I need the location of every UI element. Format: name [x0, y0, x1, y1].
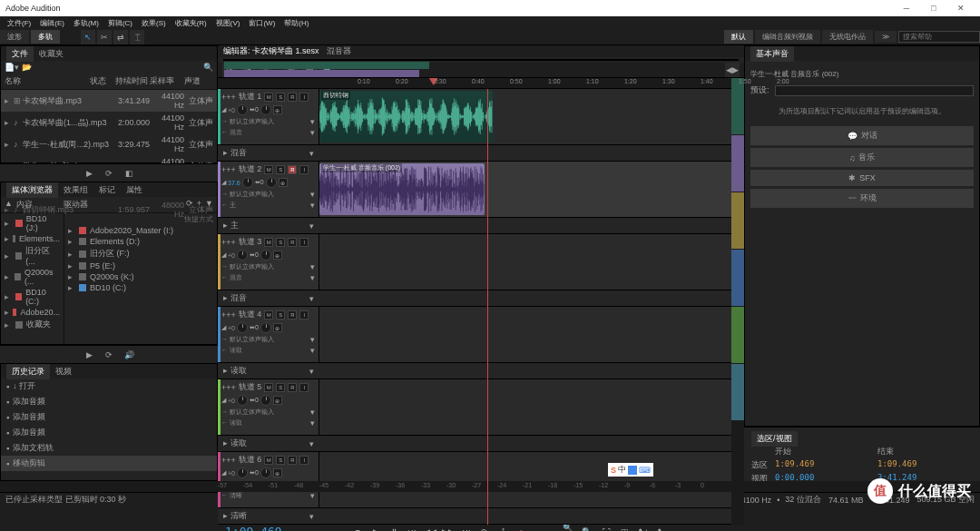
mute-button[interactable]: M [264, 93, 273, 102]
track-fx-icon[interactable]: ⊕ [273, 251, 282, 260]
track-header[interactable]: +++轨道 1 M S R I ◢ +0 ⬌0 ⊕ → 默认立体声输入 ▾ ← … [218, 89, 319, 144]
mute-button[interactable]: M [264, 310, 273, 320]
prev-icon[interactable]: ⏮ [405, 526, 419, 532]
stop-icon[interactable]: ■ [350, 526, 365, 532]
track-lane[interactable] [319, 379, 731, 435]
drive-item[interactable]: ▸Elements... [1, 233, 64, 244]
drive-item[interactable]: ▸P5 (E:) [64, 261, 217, 271]
volume-knob[interactable] [237, 322, 248, 333]
record-arm-button[interactable]: R [288, 383, 297, 392]
drive-item[interactable]: ▸旧分区 (... [1, 244, 64, 267]
forward-icon[interactable]: ▶▶ [441, 526, 456, 532]
drive-item[interactable]: ▸旧分区 (F:) [64, 247, 217, 261]
drive-item[interactable]: ▸Q2000s (K:) [64, 271, 217, 282]
bus-header[interactable]: ▸ 混音▾ [218, 145, 319, 161]
loop-icon[interactable]: ⟳ [103, 167, 115, 180]
timecode-display[interactable]: 1:09.469 [225, 525, 282, 531]
zoom-out-v-icon[interactable]: ⬍- [653, 526, 668, 532]
pan-knob[interactable] [260, 104, 271, 115]
record-arm-button[interactable]: R [288, 310, 297, 320]
rewind-icon[interactable]: ◀◀ [423, 526, 437, 532]
track-lane[interactable] [319, 234, 731, 290]
file-row[interactable]: ▸♪学生一·杜威(周...2).mp33:29.47544100 Hz立体声 [1, 133, 217, 155]
monitor-button[interactable]: I [299, 238, 309, 247]
history-item[interactable]: ▪移动剪辑 [1, 456, 217, 471]
track-fx-icon[interactable]: ⊕ [273, 105, 282, 114]
pan-knob[interactable] [260, 395, 271, 406]
menu-clip[interactable]: 剪辑(C) [104, 18, 136, 28]
effects-rack-tab[interactable]: 效果组 [58, 182, 93, 198]
media-loop-icon[interactable]: ⟳ [103, 349, 115, 361]
bus-header[interactable]: ▸ 主▾ [218, 218, 319, 233]
zoom-in-icon[interactable]: 🔍+ [563, 526, 577, 532]
track-fx-icon[interactable]: ⊕ [279, 178, 288, 187]
pause-icon[interactable]: ⏸ [387, 526, 401, 532]
mute-button[interactable]: M [264, 383, 273, 392]
autoplay-icon[interactable]: ◧ [122, 167, 135, 180]
favorites-tab[interactable]: 收藏夹 [34, 46, 69, 62]
ime-indicator[interactable]: S中⌨ [608, 463, 653, 477]
dialogue-button[interactable]: 💬对话 [750, 126, 974, 145]
new-file-icon[interactable]: 📄▾ [5, 63, 19, 72]
solo-button[interactable]: S [276, 93, 285, 102]
slip-tool-icon[interactable]: ⇄ [113, 30, 128, 44]
monitor-button[interactable]: I [299, 383, 309, 392]
drive-item[interactable]: ▸Elements (D:) [64, 236, 217, 247]
loop-icon[interactable]: ⟳ [477, 526, 492, 532]
search-input[interactable] [898, 31, 980, 43]
next-icon[interactable]: ⏭ [459, 526, 474, 532]
monitor-button[interactable]: I [299, 310, 309, 320]
mute-button[interactable]: M [264, 456, 273, 465]
ambience-button[interactable]: 〰环境 [750, 189, 974, 208]
markers-tab[interactable]: 标记 [93, 182, 121, 198]
volume-knob[interactable] [237, 467, 248, 478]
bus-header[interactable]: ▸ 混音▾ [218, 290, 319, 306]
drive-item[interactable]: ▸Q2000s (... [1, 267, 64, 287]
media-speaker-icon[interactable]: 🔊 [122, 349, 135, 361]
monitor-button[interactable]: I [299, 456, 309, 465]
monitor-button[interactable]: I [299, 93, 309, 102]
menu-favorites[interactable]: 收藏夹(R) [172, 18, 211, 28]
file-row[interactable]: ▸⊞卡农钢琴曲.mp33:41.24944100 Hz立体声 [1, 90, 217, 112]
pan-knob[interactable] [260, 322, 271, 333]
track-lane[interactable]: 西切特钢 [319, 89, 731, 144]
menu-multitrack[interactable]: 多轨(M) [70, 18, 103, 28]
video-tab[interactable]: 视频 [50, 364, 77, 379]
drive-item[interactable]: ▸收藏夹 [1, 318, 64, 331]
track-lane[interactable] [319, 452, 731, 507]
media-browser-tab[interactable]: 媒体浏览器 [6, 182, 58, 198]
time-ruler[interactable]: 0:100:200:300:400:501:001:101:201:301:40… [218, 78, 731, 89]
mixer-tab[interactable]: 混音器 [327, 45, 351, 57]
solo-button[interactable]: S [276, 456, 285, 465]
track-fx-icon[interactable]: ⊕ [273, 396, 282, 405]
properties-tab[interactable]: 属性 [121, 182, 148, 198]
drive-item[interactable]: ▸Adobe2020_Master (I:) [64, 225, 217, 236]
ripple-icon[interactable]: ◀▶ [725, 63, 740, 77]
monitor-button[interactable]: I [299, 165, 309, 174]
waveform-tab[interactable]: 波形 [0, 30, 29, 44]
audio-clip[interactable]: 西切特钢 [319, 91, 493, 143]
record-arm-button[interactable]: R [288, 238, 297, 247]
file-row[interactable]: ▸♪西切特钢.mp31:59.95748000 Hz立体声 [1, 199, 217, 221]
history-item[interactable]: ▪添加音频 [1, 425, 217, 440]
minimize-button[interactable]: ─ [893, 4, 920, 13]
maximize-button[interactable]: □ [920, 4, 947, 13]
track-lane[interactable]: 学生一·杜威 音频音乐 (002) [319, 162, 731, 217]
track-header[interactable]: +++轨道 6 M S R I ◢ +0 ⬌0 ⊕ → 默认立体声输入 ▾ ← … [218, 452, 319, 507]
ws-default[interactable]: 默认 [724, 30, 753, 44]
pan-knob[interactable] [266, 177, 277, 188]
mute-button[interactable]: M [264, 238, 273, 247]
bus-header[interactable]: ▸ 清晰▾ [218, 508, 319, 524]
bus-header[interactable]: ▸ 读取▾ [218, 436, 319, 451]
multitrack-tab[interactable]: 多轨 [31, 30, 60, 44]
media-play-icon[interactable]: ▶ [83, 349, 95, 361]
track-fx-icon[interactable]: ⊕ [273, 323, 282, 332]
history-item[interactable]: ▪↓ 打开 [1, 379, 217, 394]
history-item[interactable]: ▪添加文档轨 [1, 440, 217, 456]
pan-knob[interactable] [260, 467, 271, 478]
zoom-sel-icon[interactable]: ◫ [617, 526, 632, 532]
solo-button[interactable]: S [276, 165, 285, 174]
play-icon[interactable]: ▶ [368, 526, 383, 532]
history-item[interactable]: ▪添加音频 [1, 394, 217, 409]
drive-item[interactable]: ▸Adobe20... [1, 307, 64, 318]
